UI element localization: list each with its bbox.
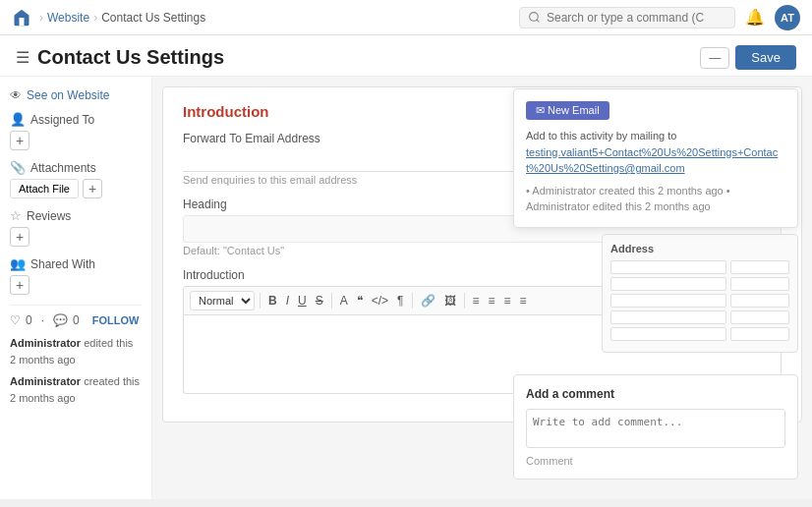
- follow-button[interactable]: FOLLOW: [92, 314, 140, 326]
- address-row-5: [610, 327, 789, 341]
- toolbar-divider-3: [412, 293, 413, 309]
- address-name-field: [730, 260, 789, 274]
- search-bar[interactable]: [519, 7, 735, 28]
- comment-textarea[interactable]: [526, 409, 785, 448]
- page-header: ☰ Contact Us Settings — Save: [0, 35, 812, 77]
- add-attachment-button[interactable]: +: [83, 179, 102, 198]
- shared-with-label: Shared With: [30, 257, 95, 271]
- outdent-button[interactable]: ≡: [517, 292, 530, 310]
- address-zip-field: [610, 327, 726, 341]
- address-preview-card: Address: [602, 234, 798, 353]
- breadcrumb: › Website › Contact Us Settings: [39, 11, 511, 25]
- sidebar-activity: Administrator edited this2 months ago Ad…: [10, 335, 142, 406]
- email-popup: ✉ New Email Add to this activity by mail…: [513, 88, 798, 228]
- breadcrumb-website[interactable]: Website: [47, 11, 89, 25]
- indent-button[interactable]: ≡: [501, 292, 514, 310]
- svg-point-0: [530, 13, 539, 22]
- toolbar-divider-2: [331, 293, 332, 309]
- likes-count: 0: [26, 313, 32, 327]
- logo[interactable]: [12, 8, 31, 28]
- address-card-title: Address: [610, 243, 789, 254]
- search-input[interactable]: [547, 11, 704, 25]
- email-popup-body: Add to this activity by mailing to testi…: [526, 128, 785, 177]
- toolbar-divider-4: [464, 293, 465, 309]
- address-state-field: [730, 310, 789, 324]
- sidebar-shared-with: 👥 Shared With +: [10, 256, 142, 295]
- heart-icon: ♡: [10, 313, 21, 327]
- attachments-label: Attachments: [30, 161, 96, 175]
- add-assigned-button[interactable]: +: [10, 131, 29, 150]
- comment-section: Add a comment Comment: [513, 374, 798, 479]
- paperclip-icon: 📎: [10, 160, 26, 175]
- save-button[interactable]: Save: [735, 45, 796, 70]
- log-text: Administrator created this 2 months ago …: [526, 185, 730, 213]
- share-icon: 👥: [10, 256, 26, 271]
- sidebar-see-on-website: 👁 See on Website: [10, 88, 142, 102]
- search-icon: [528, 11, 541, 24]
- comments-count: 0: [73, 313, 80, 327]
- link-button[interactable]: 🔗: [418, 292, 438, 310]
- code-button[interactable]: </>: [369, 292, 391, 310]
- address-row-2: [610, 277, 789, 291]
- top-nav: › Website › Contact Us Settings 🔔 AT: [0, 0, 812, 35]
- main-layout: 👁 See on Website 👤 Assigned To + 📎 Attac…: [0, 77, 812, 499]
- minimize-button[interactable]: —: [700, 47, 729, 69]
- eye-icon: 👁: [10, 88, 22, 102]
- sidebar-assigned-to: 👤 Assigned To +: [10, 112, 142, 150]
- strikethrough-button[interactable]: S: [313, 292, 326, 310]
- address-city-field: [610, 310, 726, 324]
- add-review-button[interactable]: +: [10, 227, 29, 247]
- page-header-left: ☰ Contact Us Settings: [16, 46, 224, 69]
- breadcrumb-current: Contact Us Settings: [101, 11, 205, 25]
- nav-icons: 🔔 AT: [743, 5, 800, 30]
- image-button[interactable]: 🖼: [441, 292, 459, 310]
- address-country-field: [730, 277, 789, 291]
- address-address2-field: [610, 294, 726, 308]
- reviews-label: Reviews: [27, 209, 71, 223]
- person-icon: 👤: [10, 112, 26, 127]
- address-address1-field: [610, 277, 726, 291]
- page-header-right: — Save: [700, 45, 796, 70]
- quote-button[interactable]: ❝: [354, 292, 366, 310]
- sidebar-attachments: 📎 Attachments Attach File +: [10, 160, 142, 198]
- address-title-field: [610, 260, 726, 274]
- list-ordered-button[interactable]: ≡: [470, 292, 483, 310]
- menu-icon[interactable]: ☰: [16, 48, 29, 67]
- sidebar-reactions: ♡ 0 · 💬 0 FOLLOW: [10, 313, 142, 327]
- color-button[interactable]: A: [337, 292, 351, 310]
- bold-button[interactable]: B: [265, 292, 280, 310]
- underline-button[interactable]: U: [295, 292, 310, 310]
- page-title: Contact Us Settings: [37, 46, 224, 69]
- email-address-link[interactable]: testing.valiant5+Contact%20Us%20Settings…: [526, 146, 778, 175]
- activity-item-1: Administrator edited this2 months ago: [10, 335, 142, 367]
- main-content: Introduction Forward To Email Address Se…: [152, 77, 812, 499]
- address-phone-field: [730, 294, 789, 308]
- sidebar: 👁 See on Website 👤 Assigned To + 📎 Attac…: [0, 77, 152, 499]
- address-row-3: [610, 294, 789, 308]
- see-on-website-label[interactable]: See on Website: [27, 88, 110, 102]
- toolbar-divider-1: [260, 293, 261, 309]
- list-unordered-button[interactable]: ≡: [486, 292, 498, 310]
- breadcrumb-sep: ›: [93, 11, 97, 25]
- email-popup-log: • Administrator created this 2 months ag…: [526, 183, 785, 215]
- star-icon: ☆: [10, 208, 22, 223]
- comment-title: Add a comment: [526, 387, 785, 401]
- chevron-right-icon: ›: [39, 11, 43, 25]
- new-email-button[interactable]: ✉ New Email: [526, 101, 609, 120]
- paragraph-button[interactable]: ¶: [394, 292, 406, 310]
- email-popup-header: ✉ New Email: [526, 101, 785, 120]
- avatar[interactable]: AT: [775, 5, 800, 30]
- format-select[interactable]: Normal: [190, 291, 255, 310]
- attach-file-button[interactable]: Attach File: [10, 179, 79, 198]
- sidebar-reviews: ☆ Reviews +: [10, 208, 142, 247]
- activity-item-2: Administrator created this2 months ago: [10, 373, 142, 406]
- add-shared-button[interactable]: +: [10, 275, 29, 295]
- email-add-text: Add to this activity by mailing to: [526, 130, 676, 141]
- address-row-1: [610, 260, 789, 274]
- address-country2-field: [730, 327, 789, 341]
- notifications-button[interactable]: 🔔: [743, 6, 767, 28]
- address-row-4: [610, 310, 789, 324]
- italic-button[interactable]: I: [283, 292, 292, 310]
- comment-icon: 💬: [53, 313, 68, 327]
- assigned-to-label: Assigned To: [30, 113, 94, 127]
